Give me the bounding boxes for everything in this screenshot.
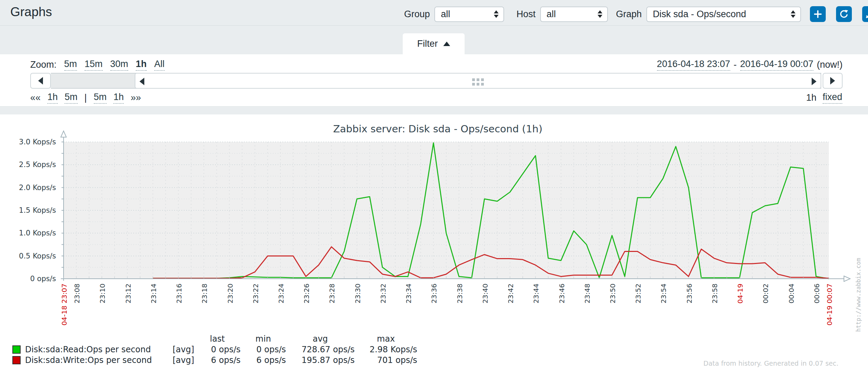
legend-header-row: last min avg max [12,333,417,344]
series-last: 6 ops/s [194,355,241,365]
fullscreen-button[interactable] [862,6,868,22]
zoom-row: Zoom: 5m 15m 30m 1h All 2016-04-18 23:07… [30,58,843,71]
y-axis-label: 0 ops/s [30,275,56,283]
drag-grip-icon[interactable] [472,78,484,86]
series-swatch-read [12,345,21,354]
y-axis-label: 1.0 Kops/s [19,229,56,237]
host-select-value: all [547,9,556,20]
x-axis-label: 00:02 [761,284,770,303]
date-separator: - [734,59,737,70]
group-select[interactable]: all [434,7,504,22]
zoom-label: Zoom: [30,59,57,70]
x-axis-label: 23:18 [200,284,209,303]
x-axis-label: 04-18 23:07 [60,284,68,325]
x-axis-label: 23:58 [711,284,719,303]
series-max: 701 ops/s [355,355,417,365]
chart-legend: last min avg max Disk:sda:Read:Ops per s… [12,333,417,365]
series-name: Disk:sda:Read:Ops per second [25,345,151,354]
nav-row: «« 1h 5m | 5m 1h »» 1h fixed [30,91,842,104]
x-axis-label: 23:32 [379,284,387,303]
legend-header-max: max [355,334,417,344]
nav-pipe-divider: | [85,92,87,103]
zoom-link-15m[interactable]: 15m [85,59,103,71]
y-axis-label: 1.5 Kops/s [19,206,56,214]
x-axis-label: 23:42 [507,284,515,303]
graph-select-value: Disk sda - Ops/second [653,9,746,20]
legend-header-last: last [194,334,241,344]
zoom-link-5m[interactable]: 5m [64,59,77,71]
x-axis-label: 23:38 [456,284,464,303]
legend-header-min: min [241,334,286,344]
header-controls: Group all Host all Graph Disk sda - Ops/… [404,6,868,22]
x-axis-label: 23:30 [354,284,362,303]
refresh-icon [839,9,849,19]
fixed-link[interactable]: fixed [823,92,842,104]
page-title: Graphs [10,5,52,19]
nav-fwd-5m[interactable]: 5m [94,92,107,104]
graph-label: Graph [616,9,642,20]
x-axis-label: 23:08 [73,284,81,303]
x-axis-label: 00:06 [813,284,821,303]
zoom-links: Zoom: 5m 15m 30m 1h All [30,59,165,71]
series-min: 6 ops/s [241,355,286,365]
x-axis-label: 23:26 [302,284,311,303]
x-axis-label: 23:54 [659,284,668,303]
plus-icon [813,9,823,19]
host-label: Host [516,9,536,20]
refresh-button[interactable] [836,6,852,22]
nav-rewind-icon[interactable]: «« [30,92,41,103]
x-axis-label: 23:50 [609,284,617,303]
triangle-left-icon[interactable] [140,78,144,85]
nav-back-5m[interactable]: 5m [65,92,78,104]
triangle-up-icon [443,42,450,46]
top-header: Graphs Group all Host all Graph Disk sda… [0,0,868,26]
series-avg: 728.67 ops/s [286,345,355,354]
zoom-link-30m[interactable]: 30m [110,59,129,71]
nav-forward-icon[interactable]: »» [131,92,141,103]
y-axis-arrow-icon [61,131,66,137]
series-fn: [avg] [162,355,194,365]
date-to-link[interactable]: 2016-04-19 00:07 [740,59,813,71]
nav-back-1h[interactable]: 1h [47,92,58,104]
zoom-link-all[interactable]: All [154,59,165,71]
triangle-left-icon [38,77,43,85]
host-select[interactable]: all [540,7,608,22]
fullscreen-icon [865,9,868,19]
add-favourite-button[interactable] [810,6,826,22]
y-axis-label: 2.5 Kops/s [19,161,56,169]
x-axis-label: 23:24 [277,284,285,303]
y-axis-label: 2.0 Kops/s [19,184,56,192]
x-axis-label: 23:46 [558,284,566,303]
x-axis-label: 23:10 [98,284,107,303]
scrollbar-right-button[interactable] [823,73,843,89]
date-from-link[interactable]: 2016-04-18 23:07 [657,59,730,71]
x-axis-label: 23:52 [634,284,642,303]
x-axis-label: 23:36 [430,284,438,303]
watermark: http://www.zabbix.com [855,258,862,332]
x-axis-label: 23:44 [532,284,540,303]
y-axis-label: 3.0 Kops/s [19,138,56,146]
generation-note: Data from history. Generated in 0.07 sec… [703,360,838,367]
series-last: 0 ops/s [194,345,241,354]
group-select-value: all [441,9,450,20]
x-axis-label: 04-19 00:07 [825,284,834,325]
period-state: 1h fixed [806,92,842,104]
time-scrollbar [30,73,843,89]
legend-row-read: Disk:sda:Read:Ops per second [avg] 0 ops… [12,344,417,355]
x-axis-label: 23:34 [404,284,413,303]
filter-tab[interactable]: Filter [403,33,465,54]
current-period: 1h [806,92,816,103]
period-nav-links: «« 1h 5m | 5m 1h »» [30,92,141,104]
date-now-suffix: (now!) [817,59,843,70]
zoom-link-1h-active[interactable]: 1h [136,59,147,71]
graph-select[interactable]: Disk sda - Ops/second [646,7,801,22]
x-axis-label: 04-19 [736,284,744,303]
scrollbar-left-button[interactable] [30,73,51,89]
series-swatch-write [12,356,21,364]
triangle-right-icon[interactable] [812,78,816,85]
nav-fwd-1h[interactable]: 1h [113,92,124,104]
x-axis-label: 23:56 [685,284,693,303]
x-axis-arrow-icon [844,276,850,281]
series-min: 0 ops/s [241,345,286,354]
scrollbar-range-bar[interactable] [135,73,821,89]
